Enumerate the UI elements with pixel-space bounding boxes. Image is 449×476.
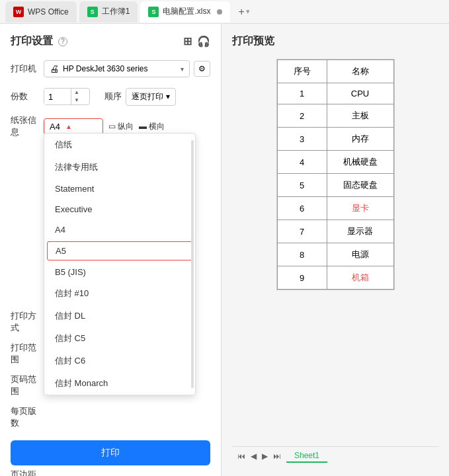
nav-prev-button[interactable]: ◀ xyxy=(251,452,257,461)
paper-row: 纸张信息 A4 ▲ ▭ 纵向 ▬ 横向 信纸 法律专用纸 Statement xyxy=(11,114,210,138)
print-button[interactable]: 打印 xyxy=(11,440,210,465)
table-cell-seq: 2 xyxy=(277,104,327,128)
panel-title-text: 打印设置 xyxy=(11,34,53,48)
order-label: 顺序 xyxy=(104,91,122,102)
table-cell-seq: 9 xyxy=(277,266,327,290)
table-cell-name: 内存 xyxy=(327,128,393,151)
paper-option-env10[interactable]: 信封 #10 xyxy=(44,282,195,305)
order-value: 逐页打印 xyxy=(132,91,163,102)
preview-table: 序号 名称 1CPU2主板3内存4机械硬盘5固态硬盘6显卡7显示器8电源9机箱 xyxy=(277,60,394,290)
paper-option-monarch[interactable]: 信封 Monarch xyxy=(44,372,195,395)
portrait-label: 纵向 xyxy=(118,121,134,132)
preview-table-wrapper: 序号 名称 1CPU2主板3内存4机械硬盘5固态硬盘6显卡7显示器8电源9机箱 xyxy=(276,59,395,290)
copies-up-arrow[interactable]: ▲ xyxy=(71,89,82,97)
print-range-label: 打印范围 xyxy=(11,342,44,366)
copies-control: ▲ ▼ 顺序 逐页打印 ▾ xyxy=(44,88,210,106)
paper-label: 纸张信息 xyxy=(11,114,44,138)
table-cell-seq: 6 xyxy=(277,197,327,220)
nav-next-button[interactable]: ▶ xyxy=(262,452,268,461)
table-row: 6显卡 xyxy=(277,197,393,220)
paper-option-a4[interactable]: A4 xyxy=(44,219,195,240)
paper-option-executive[interactable]: Executive xyxy=(44,199,195,219)
paper-option-envc6[interactable]: 信封 C6 xyxy=(44,350,195,372)
paper-size-button[interactable]: A4 ▲ xyxy=(44,118,103,135)
sheet1-icon: S xyxy=(87,7,98,17)
landscape-label: 横向 xyxy=(149,121,165,132)
printer-select[interactable]: 🖨 HP DeskJet 3630 series ▾ xyxy=(44,60,190,77)
dropdown-scrollbar xyxy=(191,140,194,388)
landscape-icon: ▬ xyxy=(139,122,147,131)
panel-title-icons: ⊞ 🎧 xyxy=(183,35,210,48)
table-cell-seq: 4 xyxy=(277,151,327,174)
paper-dropdown-menu: 信纸 法律专用纸 Statement Executive A4 A5 B5 (J… xyxy=(44,133,196,395)
table-cell-name: 电源 xyxy=(327,243,393,266)
landscape-button[interactable]: ▬ 横向 xyxy=(139,121,165,132)
add-tab-button[interactable]: + ▾ xyxy=(238,6,249,18)
printer-control: 🖨 HP DeskJet 3630 series ▾ ⚙ xyxy=(44,60,210,77)
headphone-icon[interactable]: 🎧 xyxy=(197,35,210,48)
tab-workbook1[interactable]: S 工作簿1 xyxy=(79,1,138,22)
table-row: 2主板 xyxy=(277,104,393,128)
copies-down-arrow[interactable]: ▼ xyxy=(71,97,82,104)
panel-title: 打印设置 ? ⊞ 🎧 xyxy=(11,34,210,48)
preview-title: 打印预览 xyxy=(232,34,438,48)
print-settings-panel: 打印设置 ? ⊞ 🎧 打印机 🖨 HP DeskJet 3630 series … xyxy=(0,24,222,476)
margin-label: 页边距 xyxy=(11,469,44,476)
copies-input[interactable] xyxy=(44,89,71,104)
paper-size-value: A4 xyxy=(50,122,60,132)
table-cell-seq: 1 xyxy=(277,83,327,104)
title-bar: W WPS Office S 工作簿1 S 电脑配置.xlsx + ▾ xyxy=(0,0,449,24)
paper-option-a5[interactable]: A5 xyxy=(47,241,192,260)
paper-option-faly[interactable]: 法律专用纸 xyxy=(44,156,195,178)
printer-name: HP DeskJet 3630 series xyxy=(63,64,177,73)
print-preview-panel: 打印预览 序号 名称 1CPU2主板3内存4机械硬盘5固态硬盘6显卡7显示器8电… xyxy=(222,24,449,476)
table-row: 1CPU xyxy=(277,83,393,104)
orientation-buttons: ▭ 纵向 ▬ 横向 xyxy=(108,121,165,132)
col-header-seq: 序号 xyxy=(277,60,327,83)
paper-option-statement[interactable]: Statement xyxy=(44,178,195,199)
layout-icon[interactable]: ⊞ xyxy=(183,35,192,48)
table-row: 9机箱 xyxy=(277,266,393,290)
printer-label: 打印机 xyxy=(11,63,44,75)
per-page-label: 每页版数 xyxy=(11,405,44,429)
tab-wps-label: WPS Office xyxy=(28,7,69,17)
col-header-name: 名称 xyxy=(327,60,393,83)
printer-settings-button[interactable]: ⚙ xyxy=(194,61,210,77)
order-select[interactable]: 逐页打印 ▾ xyxy=(126,88,176,106)
tab-menu-arrow: ▾ xyxy=(246,7,250,16)
paper-option-envc5[interactable]: 信封 C5 xyxy=(44,327,195,350)
paper-up-arrow: ▲ xyxy=(65,123,72,130)
table-cell-name: 固态硬盘 xyxy=(327,174,393,197)
table-cell-name: 显示器 xyxy=(327,220,393,243)
table-row: 5固态硬盘 xyxy=(277,174,393,197)
sheet2-icon: S xyxy=(148,7,159,17)
printer-icon: 🖨 xyxy=(50,63,59,74)
nav-first-button[interactable]: ⏮ xyxy=(237,452,245,461)
tab-pc-config[interactable]: S 电脑配置.xlsx xyxy=(140,1,230,22)
copies-spinners: ▲ ▼ xyxy=(71,89,82,105)
sheet-tab-sheet1[interactable]: Sheet1 xyxy=(286,450,327,463)
margin-row: 页边距 xyxy=(11,465,210,476)
sheet-bar: ⏮ ◀ ▶ ⏭ Sheet1 xyxy=(232,446,438,465)
paper-option-xinzhi[interactable]: 信纸 xyxy=(44,134,195,156)
copies-input-group: ▲ ▼ xyxy=(44,88,90,106)
tab-wps[interactable]: W WPS Office xyxy=(5,1,77,22)
main-area: 打印设置 ? ⊞ 🎧 打印机 🖨 HP DeskJet 3630 series … xyxy=(0,24,449,476)
table-cell-seq: 8 xyxy=(277,243,327,266)
preview-area: 序号 名称 1CPU2主板3内存4机械硬盘5固态硬盘6显卡7显示器8电源9机箱 xyxy=(232,59,438,446)
print-mode-label: 打印方式 xyxy=(11,310,44,334)
order-dropdown-arrow: ▾ xyxy=(166,92,170,101)
per-page-row: 每页版数 xyxy=(11,405,210,429)
printer-dropdown-arrow: ▾ xyxy=(181,65,184,73)
table-row: 4机械硬盘 xyxy=(277,151,393,174)
info-icon[interactable]: ? xyxy=(58,37,67,46)
nav-last-button[interactable]: ⏭ xyxy=(273,452,281,461)
table-cell-seq: 5 xyxy=(277,174,327,197)
page-range-label: 页码范围 xyxy=(11,374,44,397)
table-cell-name: 显卡 xyxy=(327,197,393,220)
wps-icon: W xyxy=(13,7,24,17)
portrait-button[interactable]: ▭ 纵向 xyxy=(108,121,134,132)
paper-option-envdl[interactable]: 信封 DL xyxy=(44,305,195,327)
paper-option-b5[interactable]: B5 (JIS) xyxy=(44,262,195,282)
table-row: 8电源 xyxy=(277,243,393,266)
